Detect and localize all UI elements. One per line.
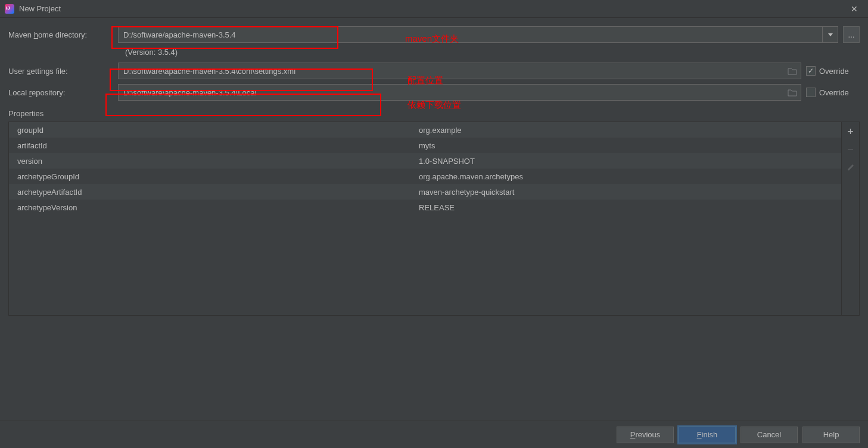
local-repo-override[interactable]: Override bbox=[806, 88, 860, 97]
pencil-icon bbox=[847, 163, 855, 172]
checkbox-unchecked-icon bbox=[806, 88, 816, 97]
maven-home-dropdown[interactable] bbox=[823, 26, 838, 43]
user-settings-field[interactable]: D:\software\apache-maven-3.5.4\conf\sett… bbox=[118, 63, 801, 79]
folder-icon[interactable] bbox=[788, 88, 797, 97]
edit-property-button[interactable] bbox=[842, 159, 859, 176]
previous-button[interactable]: Previous bbox=[617, 427, 674, 443]
table-row[interactable]: groupId org.example bbox=[9, 122, 841, 138]
table-row[interactable]: artifactId myts bbox=[9, 138, 841, 153]
titlebar: New Project ✕ bbox=[0, 0, 868, 18]
add-property-button[interactable]: + bbox=[842, 123, 859, 140]
table-row[interactable]: version 1.0-SNAPSHOT bbox=[9, 153, 841, 169]
local-repo-row: Local repository: D:\software\apache-mav… bbox=[8, 84, 860, 101]
help-button[interactable]: Help bbox=[802, 427, 860, 443]
local-repo-value: D:\software\apache-maven-3.5.4\Local bbox=[123, 88, 256, 97]
cancel-button[interactable]: Cancel bbox=[741, 427, 798, 443]
user-settings-override[interactable]: Override bbox=[806, 66, 860, 76]
app-icon bbox=[5, 4, 14, 14]
maven-home-row: Maven home directory: D:/software/apache… bbox=[8, 26, 860, 43]
properties-table: groupId org.example artifactId myts vers… bbox=[8, 122, 860, 316]
user-settings-row: User settings file: D:\software\apache-m… bbox=[8, 63, 860, 79]
user-settings-label: User settings file: bbox=[8, 67, 118, 76]
maven-home-value: D:/software/apache-maven-3.5.4 bbox=[123, 30, 236, 39]
local-repo-field[interactable]: D:\software\apache-maven-3.5.4\Local bbox=[118, 84, 801, 101]
remove-property-button[interactable]: − bbox=[842, 141, 859, 158]
maven-version: (Version: 3.5.4) bbox=[118, 48, 860, 57]
finish-button[interactable]: Finish bbox=[679, 427, 736, 443]
maven-home-combo[interactable]: D:/software/apache-maven-3.5.4 bbox=[118, 26, 823, 43]
user-settings-value: D:\software\apache-maven-3.5.4\conf\sett… bbox=[123, 67, 295, 76]
close-button[interactable]: ✕ bbox=[845, 4, 863, 14]
browse-button[interactable]: ... bbox=[843, 26, 860, 43]
folder-icon[interactable] bbox=[788, 67, 797, 75]
table-row[interactable]: archetypeVersion RELEASE bbox=[9, 200, 841, 215]
chevron-down-icon bbox=[828, 33, 833, 36]
checkbox-checked-icon bbox=[806, 66, 816, 76]
window-title: New Project bbox=[19, 4, 845, 13]
table-row[interactable]: archetypeArtifactId maven-archetype-quic… bbox=[9, 184, 841, 200]
override-label: Override bbox=[819, 67, 849, 76]
properties-toolbar: + − bbox=[841, 122, 859, 315]
local-repo-label: Local repository: bbox=[8, 88, 118, 97]
maven-home-label: Maven home directory: bbox=[8, 30, 118, 39]
override-label: Override bbox=[819, 88, 849, 97]
table-row[interactable]: archetypeGroupId org.apache.maven.archet… bbox=[9, 169, 841, 184]
footer: Previous Finish Cancel Help bbox=[0, 421, 868, 448]
properties-label: Properties bbox=[8, 109, 860, 118]
